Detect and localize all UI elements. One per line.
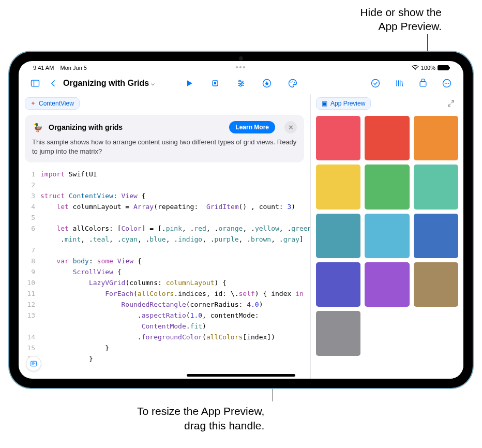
settings-sliders-icon[interactable] [233,76,249,91]
sidebar-toggle-icon[interactable] [27,76,43,91]
learn-more-button[interactable]: Learn More [229,121,275,133]
color-swatch [316,311,360,355]
document-title-label: Organizing with Grids [63,79,149,88]
svg-rect-22 [420,82,426,86]
toolbar-center [181,76,301,91]
svg-point-16 [294,82,295,83]
color-swatch [316,214,360,258]
document-title[interactable]: Organizing with Grids ⌵ [63,79,155,88]
library-icon[interactable] [391,76,408,91]
svg-line-32 [448,104,451,107]
preview-pane: ▣ App Preview [311,94,463,379]
preview-tab-label: App Preview [330,100,365,107]
svg-point-10 [242,82,243,84]
svg-point-17 [372,80,380,87]
app-icon: ▣ [322,100,327,107]
status-date: Mon Jun 5 [61,65,87,71]
callout-bottom: To resize the App Preview,drag this hand… [137,404,264,432]
svg-rect-1 [32,80,39,86]
file-tab[interactable]: ✦ ContentView [25,97,80,110]
color-swatch [414,262,458,307]
preview-toggle-icon[interactable] [415,76,431,91]
battery-percent: 100% [421,65,435,71]
code-body[interactable]: import SwiftUI struct ContentView: View … [40,169,310,379]
content-area: ✦ ContentView 🦆 Organizing with grids Le… [19,94,463,379]
status-time: 9:41 AM [33,65,54,71]
svg-marker-3 [187,80,192,86]
color-swatch [365,165,409,209]
color-swatch [414,116,458,160]
svg-point-25 [446,83,447,84]
battery-icon [438,65,449,70]
banner-title: Organizing with grids [49,123,123,131]
color-swatch [414,214,458,258]
stop-button[interactable] [207,76,223,91]
svg-point-26 [448,83,449,84]
camera-icon [239,56,243,61]
file-tab-row: ✦ ContentView [19,94,310,112]
svg-point-11 [240,85,242,86]
back-button[interactable] [48,76,59,91]
ipad-frame: 9:41 AM Mon Jun 5 100% ••• Organizing wi… [9,52,473,388]
svg-line-21 [402,81,403,86]
svg-marker-13 [265,81,269,85]
svg-line-31 [451,101,454,103]
run-button[interactable] [181,76,198,91]
color-swatch [365,116,409,160]
palette-icon[interactable] [284,76,301,91]
banner-description: This sample shows how to arrange content… [32,138,297,156]
svg-point-0 [415,69,416,70]
banner-emoji-icon: 🦆 [32,122,43,133]
status-right: 100% [412,65,449,71]
star-circle-icon[interactable] [259,76,275,91]
color-swatch [414,165,458,209]
check-circle-icon[interactable] [367,76,384,91]
color-swatch [316,262,360,307]
toolbar-right [367,76,455,91]
expand-icon[interactable] [444,97,458,110]
minimap-button[interactable] [26,356,41,371]
callout-top: Hide or show theApp Preview. [360,5,442,34]
editor-pane: ✦ ContentView 🦆 Organizing with grids Le… [19,94,311,379]
preview-header: ▣ App Preview [311,94,463,113]
color-swatch [365,214,409,258]
svg-point-24 [445,83,446,84]
line-gutter: 12345678910111213141516 [19,169,40,379]
color-swatch [316,165,360,209]
svg-point-14 [291,82,292,83]
home-indicator[interactable] [187,374,295,377]
file-tab-label: ContentView [39,100,74,107]
chevron-down-icon: ⌵ [151,80,155,87]
multitask-dots-icon[interactable]: ••• [236,63,247,71]
swift-icon: ✦ [31,100,36,107]
info-banner: 🦆 Organizing with grids Learn More ✕ Thi… [25,115,304,162]
wifi-icon [412,65,419,70]
color-swatch [316,116,360,160]
preview-grid [311,113,463,379]
svg-point-9 [239,80,240,82]
preview-tab[interactable]: ▣ App Preview [316,97,371,110]
svg-point-15 [292,81,293,82]
svg-rect-5 [214,82,216,84]
more-icon[interactable] [439,76,455,91]
screen: 9:41 AM Mon Jun 5 100% ••• Organizing wi… [19,61,463,379]
color-swatch [365,262,409,307]
status-left: 9:41 AM Mon Jun 5 [33,65,87,71]
toolbar: ••• Organizing with Grids ⌵ [19,72,463,94]
close-icon[interactable]: ✕ [284,121,297,133]
code-editor[interactable]: 12345678910111213141516 import SwiftUI s… [19,167,310,379]
